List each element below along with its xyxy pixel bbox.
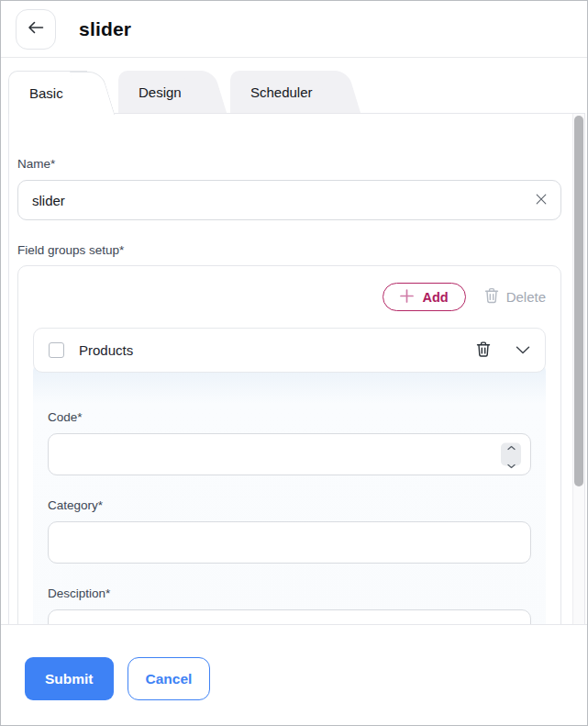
- submit-button[interactable]: Submit: [25, 657, 114, 700]
- products-accordion: Products: [33, 328, 546, 624]
- trash-icon-muted: [484, 287, 499, 307]
- code-input[interactable]: [48, 433, 531, 475]
- trash-icon: [476, 341, 491, 361]
- delete-button-label: Delete: [506, 289, 546, 305]
- category-input[interactable]: [48, 521, 531, 564]
- plus-icon: [400, 289, 414, 306]
- cancel-button[interactable]: Cancel: [128, 657, 211, 700]
- desciption-input[interactable]: [48, 609, 531, 624]
- desciption-label: Desciption*: [48, 586, 531, 600]
- tab-design-label: Design: [139, 84, 182, 100]
- name-field-group: Name*: [17, 157, 561, 220]
- clear-x-icon: [536, 194, 547, 207]
- clear-name-button[interactable]: [532, 191, 550, 209]
- tab-scheduler-label: Scheduler: [250, 84, 313, 100]
- back-arrow-icon: [28, 21, 44, 37]
- tab-content-panel: Name* Field groups setup*: [8, 113, 585, 625]
- chevron-down-icon: [516, 343, 530, 357]
- scrollbar-track[interactable]: [572, 114, 584, 624]
- number-stepper[interactable]: [501, 443, 521, 466]
- code-field-group: Code*: [48, 410, 531, 475]
- delete-group-button[interactable]: Delete: [484, 287, 546, 307]
- products-delete-button[interactable]: [476, 341, 491, 361]
- field-groups-box: Add Delete: [17, 265, 561, 624]
- app-window: slider Basic Design Scheduler Name*: [0, 0, 588, 726]
- products-collapse-button[interactable]: [516, 343, 530, 357]
- tab-design[interactable]: Design: [118, 71, 199, 113]
- code-label: Code*: [48, 410, 531, 424]
- desciption-field-group: Desciption*: [48, 586, 531, 624]
- category-label: Category*: [48, 498, 531, 512]
- name-input[interactable]: [17, 180, 561, 220]
- category-field-group: Category*: [48, 498, 531, 564]
- tab-basic-label: Basic: [29, 85, 63, 101]
- tab-scheduler[interactable]: Scheduler: [230, 71, 333, 113]
- add-button-label: Add: [422, 290, 448, 305]
- products-accordion-header[interactable]: Products: [33, 328, 546, 373]
- tab-basic[interactable]: Basic: [8, 71, 87, 114]
- name-label: Name*: [17, 157, 561, 171]
- group-toolbar: Add Delete: [33, 283, 546, 311]
- add-group-button[interactable]: Add: [383, 283, 465, 311]
- products-checkbox[interactable]: [49, 342, 64, 358]
- field-groups-label: Field groups setup*: [17, 243, 561, 257]
- scrollbar-thumb[interactable]: [574, 116, 583, 486]
- back-button[interactable]: [16, 9, 56, 50]
- products-accordion-body: Code*: [33, 362, 546, 624]
- tab-bar: Basic Design Scheduler: [1, 58, 587, 113]
- chevron-down-small-icon: [507, 455, 516, 472]
- form-scroll-area: Name* Field groups setup*: [9, 114, 584, 624]
- header: slider: [1, 1, 587, 58]
- page-title: slider: [79, 18, 131, 40]
- chevron-up-icon: [507, 437, 516, 453]
- products-title: Products: [79, 342, 476, 358]
- footer-actions: Submit Cancel: [1, 624, 587, 725]
